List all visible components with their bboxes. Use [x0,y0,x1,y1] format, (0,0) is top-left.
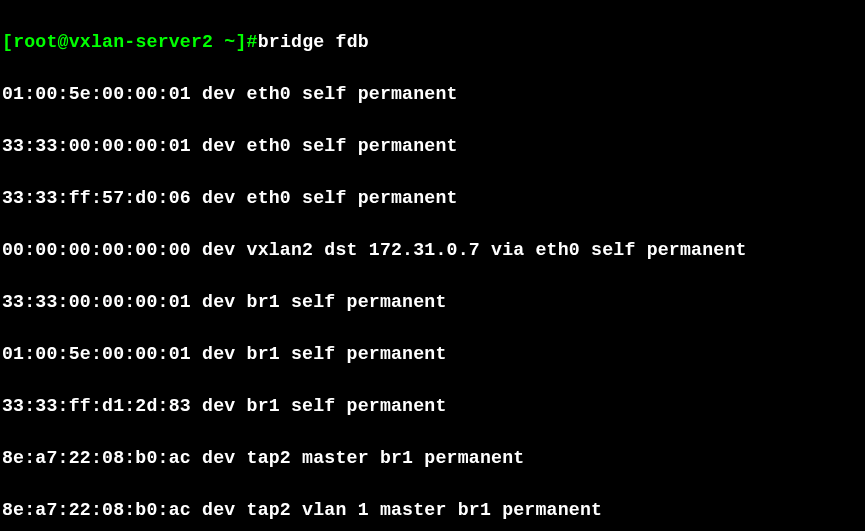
fdb-output-line: 33:33:00:00:00:01 dev eth0 self permanen… [2,133,863,159]
prompt-path: ~ [224,32,235,52]
prompt-at: @ [58,32,69,52]
prompt-close-bracket: ] [235,32,246,52]
terminal-output: [root@vxlan-server2 ~]#bridge fdb 01:00:… [2,3,863,531]
prompt-user: root [13,32,57,52]
prompt-hash: # [247,32,258,52]
fdb-output-line: 8e:a7:22:08:b0:ac dev tap2 vlan 1 master… [2,497,863,523]
command-1[interactable]: bridge fdb [258,32,369,52]
prompt-open-bracket: [ [2,32,13,52]
fdb-output-line: 01:00:5e:00:00:01 dev br1 self permanent [2,341,863,367]
prompt-host: vxlan-server2 [69,32,214,52]
fdb-output-line: 8e:a7:22:08:b0:ac dev tap2 master br1 pe… [2,445,863,471]
prompt-line-1: [root@vxlan-server2 ~]#bridge fdb [2,29,863,55]
fdb-output-line: 33:33:ff:d1:2d:83 dev br1 self permanent [2,393,863,419]
fdb-output-line: 00:00:00:00:00:00 dev vxlan2 dst 172.31.… [2,237,863,263]
fdb-output-line: 33:33:00:00:00:01 dev br1 self permanent [2,289,863,315]
prompt-space [213,32,224,52]
fdb-output-line: 33:33:ff:57:d0:06 dev eth0 self permanen… [2,185,863,211]
fdb-output-line: 01:00:5e:00:00:01 dev eth0 self permanen… [2,81,863,107]
